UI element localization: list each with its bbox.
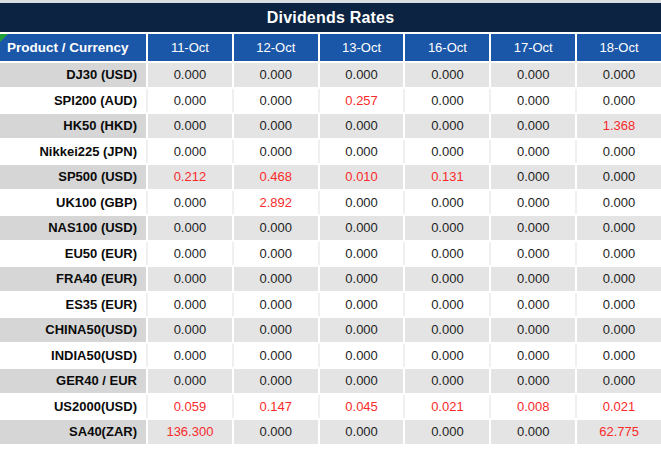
dividend-value-cell: 0.212 <box>148 165 234 189</box>
dividend-value-cell: 0.021 <box>405 395 491 419</box>
dividend-value-cell: 0.000 <box>148 89 234 113</box>
dividend-value-cell: 0.000 <box>491 191 577 215</box>
table-title: Dividends Rates <box>267 9 394 27</box>
dividend-value-cell: 0.000 <box>405 114 491 138</box>
dividend-value-cell: 0.000 <box>577 89 661 113</box>
dividend-value-cell: 0.000 <box>148 191 234 215</box>
product-label: US2000(USD) <box>0 395 148 419</box>
product-label: ES35 (EUR) <box>0 293 148 317</box>
product-label: DJ30 (USD) <box>0 63 148 87</box>
dividend-value-cell: 0.000 <box>405 344 491 368</box>
dividend-value-cell: 0.000 <box>148 216 234 240</box>
product-label: EU50 (EUR) <box>0 242 148 266</box>
dividend-value-cell: 0.000 <box>148 369 234 393</box>
dividend-value-cell: 0.000 <box>234 114 320 138</box>
dividend-value-cell: 0.000 <box>320 318 406 342</box>
dividend-value-cell: 0.000 <box>234 63 320 87</box>
product-label: Nikkei225 (JPN) <box>0 140 148 164</box>
dividend-value-cell: 0.000 <box>491 63 577 87</box>
dividend-value-cell: 0.000 <box>491 293 577 317</box>
product-label: SPI200 (AUD) <box>0 89 148 113</box>
table-row: INDIA50(USD) 0.0000.0000.0000.0000.0000.… <box>0 344 661 370</box>
dividend-value-cell: 0.000 <box>148 242 234 266</box>
dividend-value-cell: 0.000 <box>234 216 320 240</box>
dividend-value-cell: 0.000 <box>320 191 406 215</box>
dividend-value-cell: 0.257 <box>320 89 406 113</box>
table-row: SPI200 (AUD) 0.0000.0000.2570.0000.0000.… <box>0 89 661 115</box>
dividend-value-cell: 0.000 <box>405 293 491 317</box>
dividend-value-cell: 0.000 <box>405 140 491 164</box>
dividend-value-cell: 0.021 <box>577 395 661 419</box>
dividend-value-cell: 0.000 <box>491 216 577 240</box>
dividend-value-cell: 0.000 <box>234 318 320 342</box>
dividend-value-cell: 0.000 <box>148 318 234 342</box>
dividend-value-cell: 0.000 <box>148 267 234 291</box>
dividend-value-cell: 0.000 <box>234 242 320 266</box>
dividend-value-cell: 0.000 <box>405 242 491 266</box>
table-body: DJ30 (USD) 0.0000.0000.0000.0000.0000.00… <box>0 63 661 446</box>
dividend-value-cell: 0.000 <box>405 216 491 240</box>
column-header-product-currency: Product / Currency <box>0 34 148 61</box>
dividend-value-cell: 0.000 <box>491 318 577 342</box>
dividend-value-cell: 0.000 <box>405 369 491 393</box>
product-label: SA40(ZAR) <box>0 420 148 444</box>
dividend-value-cell: 0.000 <box>320 140 406 164</box>
dividend-value-cell: 0.000 <box>148 114 234 138</box>
dividend-value-cell: 0.000 <box>491 140 577 164</box>
dividend-value-cell: 0.000 <box>491 242 577 266</box>
table-row: FRA40 (EUR) 0.0000.0000.0000.0000.0000.0… <box>0 267 661 293</box>
column-header-13-oct: 13-Oct <box>320 34 406 61</box>
dividend-value-cell: 0.000 <box>405 89 491 113</box>
table-row: DJ30 (USD) 0.0000.0000.0000.0000.0000.00… <box>0 63 661 89</box>
table-row: HK50 (HKD) 0.0000.0000.0000.0000.0001.36… <box>0 114 661 140</box>
green-corner-flag-icon <box>0 34 8 42</box>
table-row: SA40(ZAR) 136.3000.0000.0000.0000.00062.… <box>0 420 661 446</box>
dividend-value-cell: 0.000 <box>320 216 406 240</box>
dividend-value-cell: 0.000 <box>405 318 491 342</box>
dividend-value-cell: 0.000 <box>491 114 577 138</box>
dividend-value-cell: 2.892 <box>234 191 320 215</box>
dividend-value-cell: 0.000 <box>405 267 491 291</box>
dividend-value-cell: 0.000 <box>577 140 661 164</box>
product-label: FRA40 (EUR) <box>0 267 148 291</box>
dividend-value-cell: 0.000 <box>405 63 491 87</box>
dividend-value-cell: 0.000 <box>491 420 577 444</box>
dividend-value-cell: 0.000 <box>320 369 406 393</box>
dividend-value-cell: 0.045 <box>320 395 406 419</box>
dividend-value-cell: 0.000 <box>577 267 661 291</box>
dividend-value-cell: 0.468 <box>234 165 320 189</box>
dividend-value-cell: 0.059 <box>148 395 234 419</box>
table-row: CHINA50(USD) 0.0000.0000.0000.0000.0000.… <box>0 318 661 344</box>
table-header-row: Product / Currency 11-Oct 12-Oct 13-Oct … <box>0 34 661 63</box>
column-header-12-oct: 12-Oct <box>234 34 320 61</box>
dividend-value-cell: 0.000 <box>491 267 577 291</box>
dividend-value-cell: 0.000 <box>577 293 661 317</box>
column-header-17-oct: 17-Oct <box>491 34 577 61</box>
table-row: SP500 (USD) 0.2120.4680.0100.1310.0000.0… <box>0 165 661 191</box>
dividend-value-cell: 0.000 <box>320 293 406 317</box>
dividend-value-cell: 0.000 <box>405 420 491 444</box>
table-row: EU50 (EUR) 0.0000.0000.0000.0000.0000.00… <box>0 242 661 268</box>
dividend-value-cell: 0.000 <box>148 63 234 87</box>
dividend-value-cell: 0.000 <box>234 293 320 317</box>
dividend-value-cell: 0.000 <box>320 63 406 87</box>
dividend-value-cell: 0.000 <box>577 344 661 368</box>
table-row: UK100 (GBP) 0.0002.8920.0000.0000.0000.0… <box>0 191 661 217</box>
table-row: GER40 / EUR 0.0000.0000.0000.0000.0000.0… <box>0 369 661 395</box>
dividend-value-cell: 62.775 <box>577 420 661 444</box>
table-title-bar: Dividends Rates <box>0 3 661 34</box>
dividend-value-cell: 0.000 <box>491 369 577 393</box>
product-label: HK50 (HKD) <box>0 114 148 138</box>
dividend-value-cell: 0.000 <box>148 140 234 164</box>
product-label: GER40 / EUR <box>0 369 148 393</box>
dividend-value-cell: 0.000 <box>320 420 406 444</box>
dividend-value-cell: 1.368 <box>577 114 661 138</box>
dividend-value-cell: 0.000 <box>577 216 661 240</box>
dividend-value-cell: 0.000 <box>320 114 406 138</box>
table-row: Nikkei225 (JPN) 0.0000.0000.0000.0000.00… <box>0 140 661 166</box>
column-header-label: Product / Currency <box>7 40 129 55</box>
dividend-value-cell: 0.010 <box>320 165 406 189</box>
product-label: INDIA50(USD) <box>0 344 148 368</box>
dividend-value-cell: 0.147 <box>234 395 320 419</box>
product-label: NAS100 (USD) <box>0 216 148 240</box>
